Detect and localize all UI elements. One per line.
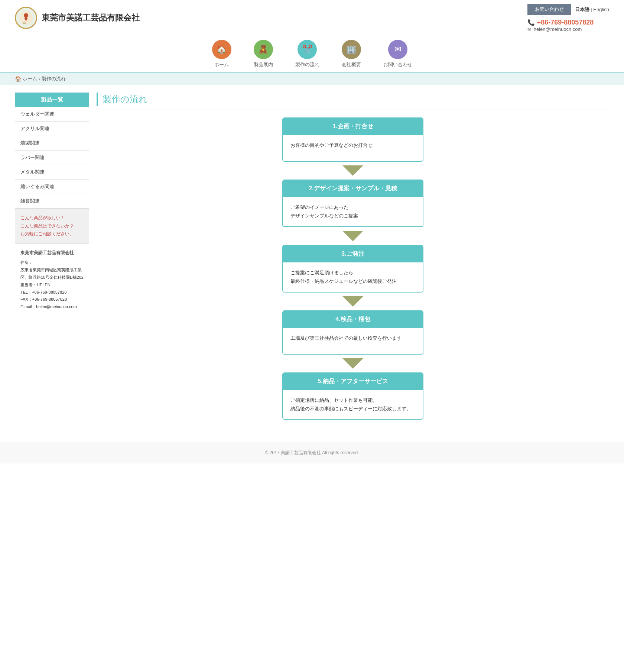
breadcrumb: 🏠 ホーム › 製作の流れ: [0, 72, 624, 85]
arrow-3: [342, 296, 363, 307]
step-2-body: ご希望のイメージにあったデザインサンプルなどのご提案: [283, 197, 423, 226]
step-4-header: 4.検品・梱包: [283, 311, 423, 328]
step-2: 2.デザイン提案・サンプル・見積 ご希望のイメージにあったデザインサンプルなどの…: [282, 180, 423, 227]
phone-line: 📞 +86-769-88057828: [527, 19, 609, 26]
lang-bar: 日本語 | English: [575, 6, 609, 13]
sidebar-item-rubber[interactable]: ラバー関連: [15, 151, 89, 165]
process-icon: ✂️: [298, 40, 317, 59]
sidebar-address: 広東省東莞市南城区南英隆渓工業区、隆渓路10号金仁科技園B棟202: [20, 266, 84, 281]
nav-products[interactable]: 🧸 製品展内: [254, 40, 273, 68]
sidebar-tel: TEL：+86-769-88057828: [20, 289, 84, 296]
nav-process[interactable]: ✂️ 製作の流れ: [295, 40, 319, 68]
sidebar-fax: FAX：+86-769-88057828: [20, 296, 84, 303]
step-5: 5.納品・アフターサービス ご指定場所に納品、セット作業も可能。納品後の不測の事…: [282, 372, 423, 420]
nav-home-label: ホーム: [214, 61, 229, 68]
products-icon: 🧸: [254, 40, 273, 59]
phone-number[interactable]: +86-769-88057828: [537, 19, 594, 26]
nav-contact[interactable]: ✉ お問い合わせ: [383, 40, 412, 68]
page-content: 製作の流れ 1.企画・打合せ お客様の目的やご予算などのお打合せ 2.デザイン提…: [97, 93, 609, 420]
nav-home[interactable]: 🏠 ホーム: [212, 40, 231, 68]
step-4: 4.検品・梱包 工場及び第三社検品会社での厳しい検査を行います: [282, 310, 423, 355]
sidebar-address-label: 住所：: [20, 259, 84, 266]
nav-contact-label: お問い合わせ: [383, 61, 412, 68]
steps-container: 1.企画・打合せ お客様の目的やご予算などのお打合せ 2.デザイン提案・サンプル…: [97, 117, 609, 420]
sidebar-company-name: 東莞市美諾工芸品有限会社: [20, 249, 84, 257]
step-3-content: ご提案にご満足頂けましたら最終仕様・納品スケジュールなどの確認後ご発注: [290, 270, 397, 284]
page-title: 製作の流れ: [103, 93, 148, 105]
sidebar-company-info: 東莞市美諾工芸品有限会社 住所： 広東省東莞市南城区南英隆渓工業区、隆渓路10号…: [15, 244, 89, 316]
header-right: お問い合わせ 日本語 | English 📞 +86-769-88057828 …: [527, 4, 609, 32]
footer-text: © 2017 美諾工芸品有限会社 All rights reserved.: [265, 450, 359, 455]
breadcrumb-current: 製作の流れ: [42, 75, 66, 82]
breadcrumb-home-icon: 🏠: [15, 76, 21, 82]
email-line: ✉ helen@meinuocn.com: [527, 26, 609, 32]
sidebar-contact: 担当者：HELEN: [20, 281, 84, 289]
sidebar-item-stuffed[interactable]: 縫いぐるみ関連: [15, 180, 89, 194]
step-1-body: お客様の目的やご予算などのお打合せ: [283, 135, 423, 161]
step-3-header: 3.ご発注: [283, 246, 423, 262]
logo-image: M: [15, 7, 37, 29]
sidebar-email: E-mail：helen@meinuocn.com: [20, 303, 84, 311]
step-4-body: 工場及び第三社検品会社での厳しい検査を行います: [283, 328, 423, 354]
step-5-header: 5.納品・アフターサービス: [283, 373, 423, 390]
nav-company-label: 会社概要: [342, 61, 361, 68]
arrow-4: [342, 358, 363, 369]
contact-button[interactable]: お問い合わせ: [527, 4, 571, 15]
main-content: 製品一覧 ウェルダー関連 アクリル関連 端製関連 ラバー関連 メタル関連 縫いぐ…: [0, 85, 624, 427]
sidebar-item-welder[interactable]: ウェルダー関連: [15, 107, 89, 122]
sidebar-item-metal[interactable]: メタル関連: [15, 165, 89, 180]
lang-japanese[interactable]: 日本語: [575, 7, 589, 12]
step-5-content: ご指定場所に納品、セット作業も可能。納品後の不測の事態にもスピーディーに対応致し…: [290, 397, 411, 411]
step-3-body: ご提案にご満足頂けましたら最終仕様・納品スケジュールなどの確認後ご発注: [283, 262, 423, 292]
sidebar-title: 製品一覧: [15, 93, 89, 107]
svg-point-2: [26, 14, 28, 16]
nav-company[interactable]: 🏢 会社概要: [342, 40, 361, 68]
sidebar-item-misc[interactable]: 雑貨関連: [15, 194, 89, 209]
home-icon: 🏠: [212, 40, 231, 59]
sidebar-item-acrylic[interactable]: アクリル関連: [15, 122, 89, 136]
email-address[interactable]: helen@meinuocn.com: [534, 26, 582, 32]
svg-point-1: [24, 14, 26, 16]
step-3: 3.ご発注 ご提案にご満足頂けましたら最終仕様・納品スケジュールなどの確認後ご発…: [282, 245, 423, 293]
arrow-2: [342, 231, 363, 241]
page-title-bar: 製作の流れ: [97, 93, 609, 110]
lang-english[interactable]: English: [593, 7, 609, 12]
nav: 🏠 ホーム 🧸 製品展内 ✂️ 製作の流れ 🏢 会社概要 ✉ お問い合わせ: [0, 36, 624, 72]
phone-icon: 📞: [527, 19, 535, 26]
sidebar-menu: ウェルダー関連 アクリル関連 端製関連 ラバー関連 メタル関連 縫いぐるみ関連 …: [15, 107, 89, 209]
arrow-1: [342, 165, 363, 176]
contact-icon: ✉: [388, 40, 407, 59]
nav-inner: 🏠 ホーム 🧸 製品展内 ✂️ 製作の流れ 🏢 会社概要 ✉ お問い合わせ: [0, 40, 624, 68]
page-title-accent: [97, 93, 98, 106]
nav-products-label: 製品展内: [254, 61, 273, 68]
step-5-body: ご指定場所に納品、セット作業も可能。納品後の不測の事態にもスピーディーに対応致し…: [283, 390, 423, 419]
svg-text:M: M: [23, 22, 26, 24]
company-name: 東莞市美諾工芸品有限会社: [42, 12, 140, 23]
step-2-header: 2.デザイン提案・サンプル・見積: [283, 180, 423, 197]
step-2-content: ご希望のイメージにあったデザインサンプルなどのご提案: [290, 204, 358, 219]
step-1: 1.企画・打合せ お客様の目的やご予算などのお打合せ: [282, 117, 423, 162]
logo-area: M 東莞市美諾工芸品有限会社: [15, 7, 140, 29]
header: M 東莞市美諾工芸品有限会社 お問い合わせ 日本語 | English 📞 +8…: [0, 0, 624, 36]
nav-process-label: 製作の流れ: [295, 61, 319, 68]
promo-text: こんな商品が欲しい！こんな商品はできないか？お気軽にご相談ください。: [20, 215, 74, 236]
footer: © 2017 美諾工芸品有限会社 All rights reserved.: [0, 442, 624, 463]
breadcrumb-separator: ›: [39, 76, 40, 82]
company-icon: 🏢: [342, 40, 361, 59]
breadcrumb-home[interactable]: ホーム: [23, 75, 37, 82]
email-icon: ✉: [527, 26, 532, 32]
sidebar: 製品一覧 ウェルダー関連 アクリル関連 端製関連 ラバー関連 メタル関連 縫いぐ…: [15, 93, 89, 420]
sidebar-promo: こんな商品が欲しい！こんな商品はできないか？お気軽にご相談ください。: [15, 209, 89, 244]
step-1-header: 1.企画・打合せ: [283, 118, 423, 135]
sidebar-item-end[interactable]: 端製関連: [15, 136, 89, 151]
